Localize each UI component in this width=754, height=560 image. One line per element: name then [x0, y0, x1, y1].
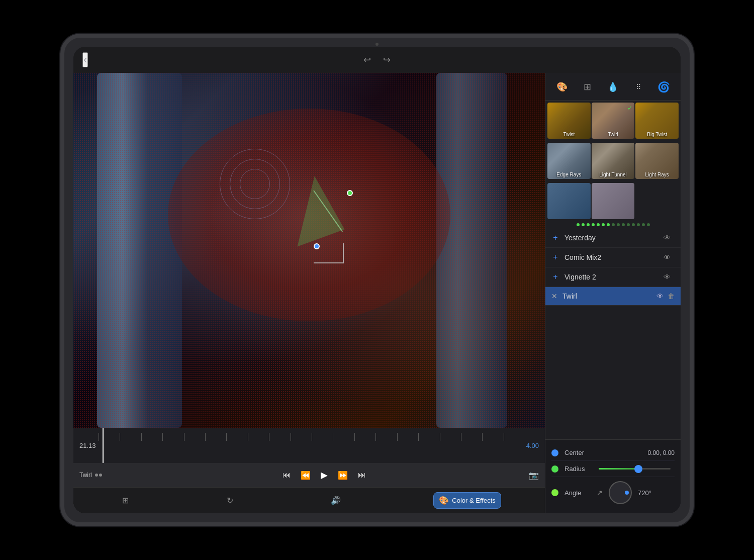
undo-icon[interactable]: ↩ — [363, 54, 371, 65]
rewind-button[interactable]: ⏪ — [301, 471, 311, 480]
tick — [141, 433, 162, 441]
page-dot[interactable] — [622, 223, 625, 226]
page-dot[interactable] — [597, 223, 600, 226]
radius-track — [599, 468, 671, 470]
video-background — [73, 73, 545, 428]
param-row-radius: Radius — [551, 461, 675, 477]
timeline-current-time: 21.13 — [73, 442, 99, 449]
filter-item-more1[interactable] — [547, 183, 591, 219]
step-back-button[interactable]: ⏮ — [282, 471, 291, 480]
fast-forward-button[interactable]: ⏩ — [338, 471, 348, 480]
effect-name-vignette2: Vignette 2 — [564, 273, 664, 281]
dots-overlay — [73, 73, 545, 428]
filter-label-twirl: Twirl — [592, 132, 635, 137]
track-dot — [99, 474, 102, 477]
toolbar-audio[interactable]: 🔊 — [326, 493, 346, 508]
page-dot[interactable] — [582, 223, 585, 226]
angle-control: ↗ 720° — [595, 481, 651, 504]
page-dot[interactable] — [627, 223, 630, 226]
eye-icon-twirl[interactable]: 👁 — [656, 292, 664, 300]
tick — [354, 433, 375, 441]
filter-tab-palette[interactable]: 🎨 — [553, 78, 571, 96]
effect-row-yesterday[interactable]: + Yesterday 👁 — [545, 228, 681, 248]
step-forward-button[interactable]: ⏭ — [358, 471, 366, 480]
page-dot[interactable] — [612, 223, 615, 226]
toolbar-effects[interactable]: 🎨 Color & Effects — [433, 492, 501, 509]
filter-tabs: 🎨 ⊞ 💧 ⠿ 🌀 — [545, 73, 681, 101]
page-dot[interactable] — [602, 223, 605, 226]
radius-slider[interactable] — [599, 468, 671, 470]
filter-item-edgerays[interactable]: Edge Rays — [547, 143, 591, 179]
delete-icon-twirl[interactable]: 🗑 — [668, 292, 675, 300]
effect-row-comicmix2[interactable]: + Comic Mix2 👁 — [545, 248, 681, 267]
remove-icon-twirl[interactable]: ✕ — [551, 292, 557, 300]
effect-name-twirl: Twirl — [562, 292, 656, 300]
toolbar-crop[interactable]: ⊞ — [117, 493, 134, 508]
filter-item-twirl[interactable]: ✓ Twirl — [592, 103, 635, 139]
redo-icon[interactable]: ↪ — [383, 54, 391, 65]
filter-tab-dots[interactable]: ⠿ — [629, 78, 647, 96]
bottom-toolbar: ⊞ ↻ 🔊 🎨 Color & Effects — [73, 487, 545, 513]
add-icon[interactable]: + — [551, 253, 559, 262]
page-dot[interactable] — [642, 223, 645, 226]
page-dot[interactable] — [577, 223, 580, 226]
tick — [440, 433, 461, 441]
tick — [205, 433, 226, 441]
tick — [333, 433, 354, 441]
back-button[interactable]: ‹ — [82, 52, 88, 67]
timeline-track[interactable] — [99, 428, 525, 463]
center-indicator — [551, 449, 558, 456]
eye-icon-vignette2[interactable]: 👁 — [664, 273, 671, 281]
param-row-center: Center 0.00, 0.00 — [551, 445, 675, 461]
transport-area: Twirl ⏮ ⏪ ▶ ⏩ ⏭ 📷 — [73, 463, 545, 487]
filter-label-twist: Twist — [547, 132, 591, 137]
control-point-green[interactable] — [347, 190, 353, 196]
canvas-area: 21.13 — [73, 73, 545, 513]
tick — [248, 433, 269, 441]
tick — [184, 433, 205, 441]
effect-name-comicmix2: Comic Mix2 — [564, 253, 664, 261]
add-icon[interactable]: + — [551, 272, 559, 282]
effect-row-vignette2[interactable]: + Vignette 2 👁 — [545, 267, 681, 287]
page-dot[interactable] — [587, 223, 590, 226]
timeline-playhead[interactable] — [103, 428, 104, 463]
center-label: Center — [564, 449, 595, 456]
radius-thumb[interactable] — [634, 465, 642, 473]
page-dot[interactable] — [607, 223, 610, 226]
timeline-area: 21.13 — [73, 428, 545, 463]
filter-item-bigtwist[interactable]: Big Twist — [635, 103, 679, 139]
filter-pagination-dots — [545, 221, 681, 228]
page-dot[interactable] — [637, 223, 640, 226]
effect-row-twirl[interactable]: ✕ Twirl 👁 🗑 — [545, 287, 681, 306]
ipad-inner: ‹ ↩ ↪ — [73, 47, 681, 513]
page-dot[interactable] — [592, 223, 595, 226]
center-value: 0.00, 0.00 — [648, 449, 675, 456]
toolbar-rotate[interactable]: ↻ — [222, 493, 238, 508]
play-button[interactable]: ▶ — [321, 470, 328, 481]
filter-item-lighttunnel[interactable]: Light Tunnel — [592, 143, 635, 179]
add-icon[interactable]: + — [551, 233, 559, 242]
header-nav: ↩ ↪ — [363, 54, 391, 65]
angle-dial[interactable] — [609, 481, 632, 504]
filter-item-twist[interactable]: Twist — [547, 103, 591, 139]
screenshot-button[interactable]: 📷 — [529, 471, 539, 480]
track-name: Twirl — [79, 472, 92, 479]
effect-name-yesterday: Yesterday — [564, 234, 664, 242]
transport-controls: ⏮ ⏪ ▶ ⏩ ⏭ — [120, 470, 529, 481]
filter-grid-row1: Twist ✓ Twirl Big Twist — [545, 101, 681, 141]
tick — [504, 433, 525, 441]
page-dot[interactable] — [617, 223, 620, 226]
filter-tab-grid[interactable]: ⊞ — [579, 78, 597, 96]
rotate-icon: ↻ — [227, 496, 233, 505]
filter-item-lightrays[interactable]: Light Rays — [635, 143, 679, 179]
filter-tab-drop[interactable]: 💧 — [604, 78, 622, 96]
filter-item-more2[interactable] — [592, 183, 635, 219]
angle-arrow-icon: ↗ — [597, 489, 603, 497]
eye-icon-yesterday[interactable]: 👁 — [664, 234, 671, 242]
filter-tab-spiral[interactable]: 🌀 — [655, 78, 673, 96]
page-dot[interactable] — [647, 223, 650, 226]
page-dot[interactable] — [632, 223, 635, 226]
radius-fill — [599, 468, 638, 470]
video-viewport[interactable] — [73, 73, 545, 428]
eye-icon-comicmix2[interactable]: 👁 — [664, 253, 671, 261]
